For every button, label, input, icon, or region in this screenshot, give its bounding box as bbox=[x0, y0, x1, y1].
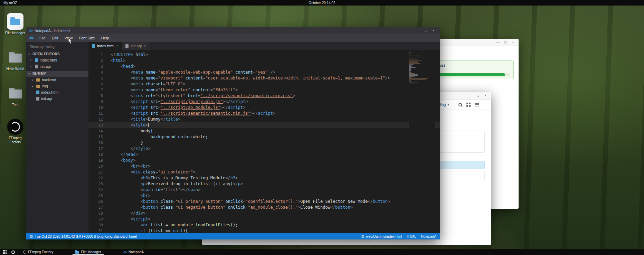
menu-help[interactable]: Help bbox=[98, 36, 112, 40]
close-icon[interactable]: × bbox=[30, 65, 33, 68]
code-line-8[interactable]: 8 <link rel="stylesheet" href="../script… bbox=[88, 93, 440, 99]
window-notepada[interactable]: </> NotepadA - index.html — □ × </> File… bbox=[26, 27, 440, 239]
line-number: 26 bbox=[88, 199, 111, 205]
desktop-background: My ArOZ October 20 14:02 File ManagerHel… bbox=[0, 0, 644, 255]
menu-font-size[interactable]: Font Size bbox=[76, 36, 98, 40]
desktop-icon-test[interactable]: Test bbox=[3, 85, 28, 107]
minimap[interactable] bbox=[409, 52, 435, 233]
code-line-10[interactable]: 10 <script src="../script/ao_module.js">… bbox=[88, 105, 440, 111]
tree-item-init-agi[interactable]: init.agi bbox=[26, 95, 88, 102]
tree-item-backend[interactable]: ▸backend bbox=[26, 77, 88, 83]
code-line-1[interactable]: 1<!DOCTYPE html> bbox=[88, 52, 440, 58]
code-line-16[interactable]: 16 } bbox=[88, 140, 440, 146]
status-language[interactable]: HTML bbox=[407, 235, 416, 238]
code-line-29[interactable]: 29 <script> bbox=[88, 216, 440, 222]
ffmpeg-icon bbox=[7, 119, 23, 135]
code-line-20[interactable]: 20 <br><br> bbox=[88, 163, 440, 169]
code-text: <html> bbox=[111, 58, 125, 64]
code-line-5[interactable]: 5 <meta name="viewport" content="user-sc… bbox=[88, 75, 440, 81]
code-line-24[interactable]: 24 <span id="flist"></span> bbox=[88, 187, 440, 193]
code-text: <meta name="theme-color" content="#4b75f… bbox=[111, 87, 238, 93]
code-line-25[interactable]: 25 <br> bbox=[88, 193, 440, 199]
tab-index-html[interactable]: index.html× bbox=[88, 42, 122, 50]
code-line-27[interactable]: 27 <button class="ui negative button" on… bbox=[88, 205, 440, 210]
code-line-14[interactable]: 14 body{ bbox=[88, 128, 440, 134]
code-text: </div> bbox=[111, 210, 145, 216]
notepada-titlebar[interactable]: </> NotepadA - index.html — □ × bbox=[26, 27, 440, 34]
close-icon[interactable]: × bbox=[482, 93, 489, 98]
menu-edit[interactable]: Edit bbox=[49, 36, 61, 40]
code-line-31[interactable]: 31 if (flist == null){ bbox=[88, 228, 440, 233]
open-editor-init-agi[interactable]: ×init.agi bbox=[26, 63, 88, 69]
desktop-icon-file-manager[interactable]: File Manager bbox=[3, 13, 28, 35]
code-line-2[interactable]: 2<html> bbox=[88, 58, 440, 64]
search-icon[interactable] bbox=[458, 103, 462, 106]
code-line-11[interactable]: 11 <script src="../script/semantic/seman… bbox=[88, 111, 440, 116]
code-line-30[interactable]: 30 var flist = ao_module_loadInputFiles(… bbox=[88, 222, 440, 228]
code-line-22[interactable]: 22 <h3>This is a Dummy Testing Module</h… bbox=[88, 175, 440, 181]
code-text: <br> bbox=[111, 193, 151, 199]
minimap-line bbox=[409, 63, 420, 64]
code-line-15[interactable]: 15 background-color:white; bbox=[88, 134, 440, 140]
code-line-18[interactable]: 18 </head> bbox=[88, 152, 440, 158]
close-icon[interactable]: × bbox=[430, 28, 437, 33]
status-appname: NotepadA bbox=[421, 235, 436, 238]
line-number: 3 bbox=[88, 64, 111, 69]
close-icon[interactable]: × bbox=[144, 44, 145, 48]
maximize-icon[interactable]: □ bbox=[423, 28, 429, 33]
taskbar-item-file-manager[interactable]: File Manager bbox=[73, 249, 104, 255]
code-line-3[interactable]: 3 <head> bbox=[88, 64, 440, 69]
taskbar-item-ffmpeg-factory[interactable]: FFmpeg Factory bbox=[20, 249, 56, 255]
code-line-4[interactable]: 4 <meta name="apple-mobile-web-app-capab… bbox=[88, 69, 440, 75]
code-line-26[interactable]: 26 <button class="ui primary button" onc… bbox=[88, 199, 440, 205]
close-icon[interactable]: × bbox=[116, 44, 118, 48]
apps-grid-icon[interactable] bbox=[3, 250, 7, 254]
menu-file[interactable]: File bbox=[36, 36, 49, 40]
minimize-icon[interactable]: — bbox=[415, 28, 422, 33]
close-icon[interactable]: × bbox=[30, 58, 33, 62]
code-text: <meta name="viewport" content="user-scal… bbox=[111, 75, 390, 81]
open-editor-index-html[interactable]: ×index.html bbox=[26, 57, 88, 63]
folder-icon bbox=[36, 78, 40, 82]
open-editors-section[interactable]: ▾ OPEN EDITORS bbox=[26, 51, 88, 57]
code-line-7[interactable]: 7 <meta name="theme-color" content="#4b7… bbox=[88, 87, 440, 93]
code-line-21[interactable]: 21 <div class="ui container"> bbox=[88, 169, 440, 175]
aroz-brand[interactable]: My ArOZ bbox=[3, 1, 17, 5]
tab-label: init.agi bbox=[131, 44, 142, 48]
toolbar-divider bbox=[454, 102, 454, 107]
editor-main: Directory Listing ▾ OPEN EDITORS ×index.… bbox=[26, 42, 440, 233]
code-line-6[interactable]: 6 <meta charset="UTF-8"> bbox=[88, 81, 440, 87]
code-line-13[interactable]: 13 <style> bbox=[88, 122, 440, 128]
minimize-icon[interactable]: — bbox=[494, 40, 501, 45]
list-view-icon[interactable] bbox=[475, 103, 479, 106]
minimap-line bbox=[409, 60, 422, 60]
code-line-28[interactable]: 28 </div> bbox=[88, 210, 440, 216]
tab-init-agi[interactable]: init.agi× bbox=[122, 42, 149, 50]
maximize-icon[interactable]: □ bbox=[474, 93, 481, 98]
folder-icon bbox=[7, 85, 23, 102]
tree-item-index-html[interactable]: index.html bbox=[26, 89, 88, 95]
project-root-dummy[interactable]: ▾ DUMMY bbox=[26, 71, 88, 77]
minimize-icon[interactable]: — bbox=[467, 93, 474, 98]
code-text: <button class="ui negative button" onCli… bbox=[111, 205, 353, 210]
code-line-23[interactable]: 23 <p>Received drag-in filelist (if any)… bbox=[88, 181, 440, 187]
code-text: <style> bbox=[111, 122, 149, 128]
line-number: 31 bbox=[88, 228, 111, 233]
code-line-12[interactable]: 12 <title>Dummy</title> bbox=[88, 116, 440, 122]
grid-view-icon[interactable] bbox=[466, 103, 471, 107]
status-filepath[interactable]: web/Dummy/index.html bbox=[366, 235, 402, 238]
aroz-menu-icon[interactable] bbox=[11, 251, 15, 254]
file-name: init.agi bbox=[40, 64, 51, 68]
code-area[interactable]: 1<!DOCTYPE html>2<html>3 <head>4 <meta n… bbox=[88, 50, 440, 233]
maximize-icon[interactable]: □ bbox=[502, 40, 509, 45]
taskbar-item-notepada[interactable]: </>NotepadA bbox=[121, 249, 147, 255]
desktop-icon-hello-world[interactable]: Hello World bbox=[3, 49, 28, 71]
close-icon[interactable]: × bbox=[510, 40, 517, 45]
desktop-icon-ffmpeg-factory[interactable]: FFmpeg Factory bbox=[3, 119, 28, 144]
code-line-19[interactable]: 19 <body> bbox=[88, 158, 440, 163]
code-line-9[interactable]: 9 <script src="../script/jquery.min.js">… bbox=[88, 99, 440, 105]
code-text: <span id="flist"></span> bbox=[111, 187, 200, 193]
minimap-line bbox=[409, 66, 412, 67]
code-line-17[interactable]: 17 </style> bbox=[88, 146, 440, 152]
tree-item-img[interactable]: ▸img bbox=[26, 83, 88, 89]
